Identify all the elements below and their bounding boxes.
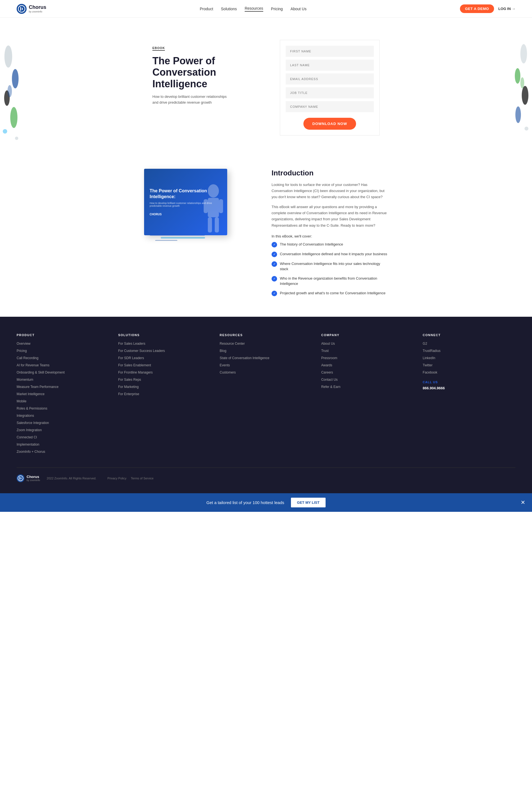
footer-link-market[interactable]: Market Intelligence <box>17 392 109 397</box>
svg-point-10 <box>7 85 12 97</box>
footer-link-awards[interactable]: Awards <box>321 363 414 368</box>
footer-link-sales-reps[interactable]: For Sales Reps <box>118 377 211 382</box>
footer-divider <box>17 468 515 468</box>
footer-link-onboarding[interactable]: Onboarding & Skill Development <box>17 370 109 375</box>
footer-link-integrations[interactable]: Integrations <box>17 413 109 418</box>
svg-point-15 <box>525 127 528 131</box>
footer-link-zoominfo-chorus[interactable]: ZoomInfo + Chorus <box>17 449 109 454</box>
svg-point-11 <box>520 44 527 63</box>
check-icon-5: ✓ <box>271 291 277 296</box>
nav-links: Product Solutions Resources Pricing Abou… <box>200 6 306 12</box>
footer-link-facebook[interactable]: Facebook <box>423 370 515 375</box>
footer-link-refer[interactable]: Refer & Earn <box>321 384 414 389</box>
checklist-text-3: Where Conversation Intelligence fits int… <box>280 261 388 272</box>
footer-link-implementation[interactable]: Implementation <box>17 442 109 447</box>
intro-para-2: This eBook will answer all your question… <box>271 204 388 228</box>
footer-link-sdr[interactable]: For SDR Leaders <box>118 356 211 361</box>
footer-link-state-ci[interactable]: State of Conversation Intelligence <box>220 356 312 361</box>
job-title-input[interactable] <box>286 87 374 98</box>
footer-link-zoom[interactable]: Zoom Integration <box>17 427 109 433</box>
svg-rect-24 <box>161 237 205 239</box>
nav-solutions[interactable]: Solutions <box>221 7 237 11</box>
logo[interactable]: Chorus by zoominfo <box>17 4 46 14</box>
footer-link-ai[interactable]: AI for Revenue Teams <box>17 363 109 368</box>
email-input[interactable] <box>286 73 374 84</box>
footer-link-momentum[interactable]: Momentum <box>17 377 109 382</box>
svg-point-7 <box>10 107 17 128</box>
svg-rect-3 <box>22 8 23 10</box>
checklist-item-4: ✓ Who in the Revenue organization benefi… <box>271 276 388 287</box>
footer-solutions-title: SOLUTIONS <box>118 334 211 337</box>
nav-actions: GET A DEMO LOG IN → <box>460 4 515 13</box>
footer-link-frontline[interactable]: For Frontline Managers <box>118 370 211 375</box>
deco-shapes-left <box>0 40 22 145</box>
get-demo-button[interactable]: GET A DEMO <box>460 4 494 13</box>
svg-rect-22 <box>215 217 219 232</box>
first-name-input[interactable] <box>286 46 374 57</box>
check-icon-4: ✓ <box>271 276 277 282</box>
footer-link-careers[interactable]: Careers <box>321 370 414 375</box>
footer-col-product: PRODUCT Overview Pricing Call Recording … <box>17 334 109 456</box>
logo-name: Chorus <box>29 4 46 10</box>
footer-call-label: CALL US <box>423 380 515 384</box>
footer-link-connected-ci[interactable]: Connected CI <box>17 435 109 440</box>
footer-link-enterprise[interactable]: For Enterprise <box>118 392 211 397</box>
footer-link-roles[interactable]: Roles & Permissions <box>17 406 109 411</box>
footer-link-mobile[interactable]: Mobile <box>17 399 109 404</box>
footer-link-trust[interactable]: Trust <box>321 348 414 353</box>
banner-close-button[interactable]: ✕ <box>521 499 525 506</box>
content-section: The Power of Conversation Intelligence: … <box>0 152 532 317</box>
last-name-input[interactable] <box>286 60 374 71</box>
footer-link-g2[interactable]: G2 <box>423 341 515 346</box>
nav-product[interactable]: Product <box>200 7 213 11</box>
download-form: DOWNLOAD NOW <box>280 40 380 135</box>
footer-link-contact[interactable]: Contact Us <box>321 377 414 382</box>
company-name-input[interactable] <box>286 101 374 112</box>
checklist-text-1: The history of Conversation Intelligence <box>280 242 343 247</box>
svg-rect-18 <box>208 198 219 217</box>
deco-left <box>0 40 22 145</box>
download-button[interactable]: DOWNLOAD NOW <box>303 118 356 130</box>
footer-phone: 866.904.9666 <box>423 386 515 390</box>
footer-logo-icon <box>17 474 24 482</box>
footer-link-events[interactable]: Events <box>220 363 312 368</box>
footer-link-resource-center[interactable]: Resource Center <box>220 341 312 346</box>
footer-link-overview[interactable]: Overview <box>17 341 109 346</box>
nav-resources[interactable]: Resources <box>245 6 263 12</box>
footer-link-sales-enablement[interactable]: For Sales Enablement <box>118 363 211 368</box>
footer-link-twitter[interactable]: Twitter <box>423 363 515 368</box>
footer-link-customers[interactable]: Customers <box>220 370 312 375</box>
svg-point-8 <box>3 129 7 134</box>
footer-link-linkedin[interactable]: LinkedIn <box>423 356 515 361</box>
terms-link[interactable]: Terms of Service <box>131 477 153 480</box>
footer-link-pressroom[interactable]: Pressroom <box>321 356 414 361</box>
logo-sub: by zoominfo <box>29 10 46 13</box>
footer-link-pricing[interactable]: Pricing <box>17 348 109 353</box>
footer-link-measure[interactable]: Measure Team Performance <box>17 384 109 389</box>
deco-right <box>510 40 532 145</box>
login-button[interactable]: LOG IN → <box>498 7 515 11</box>
footer-link-salesforce[interactable]: Salesforce Integration <box>17 420 109 425</box>
ebook-label: EBOOK <box>152 46 165 51</box>
navbar: Chorus by zoominfo Product Solutions Res… <box>0 0 532 18</box>
footer-link-about[interactable]: About Us <box>321 341 414 346</box>
content-right: Introduction Looking for tools to surfac… <box>271 169 388 300</box>
intro-para-1: Looking for tools to surface the voice o… <box>271 182 388 200</box>
nav-about[interactable]: About Us <box>291 7 307 11</box>
nav-pricing[interactable]: Pricing <box>271 7 283 11</box>
checklist-text-5: Projected growth and what's to come for … <box>280 290 385 296</box>
hero-title: The Power of Conversation Intelligence <box>152 55 258 90</box>
footer-link-sales-leaders[interactable]: For Sales Leaders <box>118 341 211 346</box>
privacy-link[interactable]: Privacy Policy <box>108 477 126 480</box>
footer-link-cs-leaders[interactable]: For Customer Success Leaders <box>118 348 211 353</box>
footer-link-blog[interactable]: Blog <box>220 348 312 353</box>
book-mockup-container: The Power of Conversation Intelligence: … <box>144 169 249 300</box>
footer-link-marketing[interactable]: For Marketing <box>118 384 211 389</box>
footer-link-trustradius[interactable]: TrustRadius <box>423 348 515 353</box>
footer-link-call-recording[interactable]: Call Recording <box>17 356 109 361</box>
footer-col-solutions: SOLUTIONS For Sales Leaders For Customer… <box>118 334 211 456</box>
book-person-silhouette <box>194 180 227 235</box>
checklist-text-2: Conversation Intelligence defined and ho… <box>280 251 387 257</box>
get-list-button[interactable]: GET MY LIST <box>291 498 326 507</box>
svg-point-17 <box>208 184 219 197</box>
